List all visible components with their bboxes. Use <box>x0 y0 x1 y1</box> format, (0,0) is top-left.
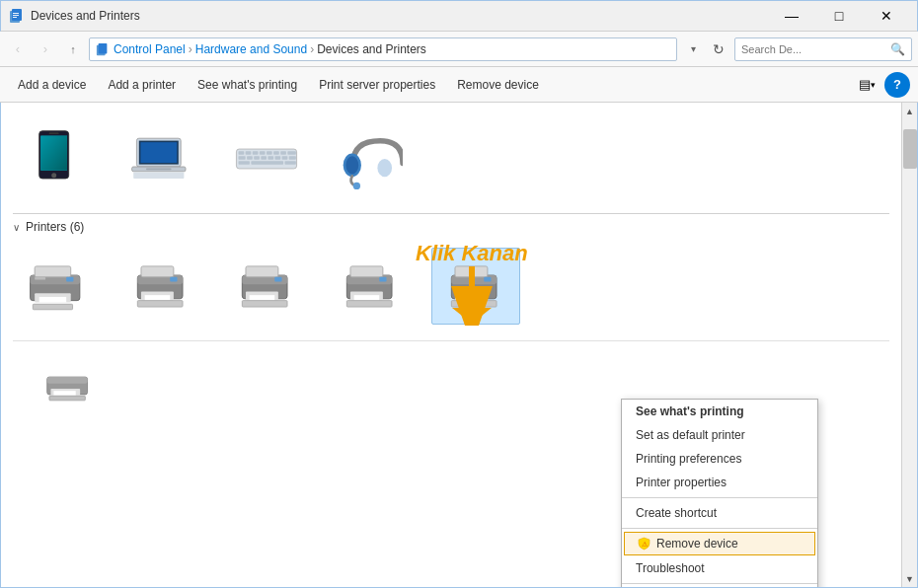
svg-rect-59 <box>137 301 183 307</box>
svg-rect-22 <box>260 151 266 155</box>
svg-rect-84 <box>53 391 75 395</box>
printers-chevron: ∨ <box>13 222 20 233</box>
scroll-track[interactable] <box>902 119 917 570</box>
svg-rect-66 <box>242 301 287 307</box>
see-whats-printing-button[interactable]: See what's printing <box>188 74 307 96</box>
svg-rect-57 <box>145 295 171 300</box>
ctx-sep-2 <box>622 528 817 529</box>
ctx-troubleshoot[interactable]: Troubleshoot <box>622 556 817 580</box>
svg-rect-19 <box>239 151 245 155</box>
svg-rect-34 <box>289 156 296 160</box>
svg-rect-26 <box>287 151 296 155</box>
printer-item-6[interactable] <box>25 347 114 424</box>
scroll-down-button[interactable]: ▼ <box>902 570 918 587</box>
scroll-thumb[interactable] <box>903 129 917 169</box>
context-menu: See what's printing Set as default print… <box>621 399 818 588</box>
svg-rect-2 <box>13 13 19 14</box>
refresh-button[interactable]: ↻ <box>707 37 730 61</box>
printers-label: Printers (6) <box>26 220 84 234</box>
svg-rect-73 <box>346 301 392 307</box>
path-part1[interactable]: Control Panel <box>114 42 186 56</box>
device-grid <box>13 112 889 213</box>
svg-rect-65 <box>274 277 281 282</box>
svg-rect-16 <box>146 169 172 171</box>
dropdown-button[interactable]: ▾ <box>681 37 705 61</box>
printer-item-1[interactable] <box>13 248 102 325</box>
printer-6-icon <box>38 354 101 417</box>
svg-rect-82 <box>47 377 88 384</box>
printer-3-icon <box>235 255 298 318</box>
path-part3: Devices and Printers <box>317 42 426 56</box>
remove-device-button[interactable]: Remove device <box>447 74 549 96</box>
ctx-printer-props[interactable]: Printer properties <box>622 471 817 494</box>
device-item-phone[interactable] <box>13 120 102 197</box>
path-sep1: › <box>189 42 192 56</box>
device-item-keyboard[interactable] <box>222 120 311 197</box>
toolbar-right: ▤ ▾ ? <box>853 72 910 98</box>
svg-rect-78 <box>459 295 485 300</box>
svg-rect-35 <box>239 161 250 165</box>
printer-item-4[interactable] <box>327 248 416 325</box>
maximize-button[interactable]: □ <box>816 2 862 30</box>
device-item-headset[interactable] <box>327 120 416 197</box>
svg-rect-9 <box>40 136 67 171</box>
device-item-laptop[interactable] <box>117 120 206 197</box>
add-device-button[interactable]: Add a device <box>8 74 96 96</box>
printer-item-5-selected[interactable] <box>431 248 520 325</box>
svg-rect-28 <box>247 156 253 160</box>
printer-item-3[interactable] <box>222 248 311 325</box>
printer-5-icon <box>444 255 507 318</box>
svg-rect-79 <box>484 277 491 282</box>
help-button[interactable]: ? <box>884 72 910 98</box>
ctx-create-shortcut[interactable]: Create shortcut <box>622 501 817 525</box>
back-button[interactable]: ‹ <box>6 37 30 61</box>
scroll-up-button[interactable]: ▲ <box>902 103 918 119</box>
svg-point-41 <box>377 159 392 177</box>
svg-point-39 <box>345 156 358 174</box>
ctx-see-printing[interactable]: See what's printing <box>622 400 817 423</box>
ctx-remove-device[interactable]: ⚠ Remove device <box>624 532 815 555</box>
printer-item-2[interactable] <box>117 248 206 325</box>
ctx-remove-device-label: Remove device <box>656 537 738 551</box>
svg-rect-20 <box>246 151 252 155</box>
svg-rect-30 <box>261 156 267 160</box>
view-button[interactable]: ▤ ▾ <box>853 72 880 98</box>
help-icon: ? <box>893 77 901 92</box>
svg-rect-14 <box>140 142 177 163</box>
svg-rect-72 <box>379 277 386 282</box>
close-button[interactable]: ✕ <box>864 2 909 30</box>
svg-rect-21 <box>253 151 259 155</box>
window-icon <box>9 8 25 24</box>
svg-rect-52 <box>33 304 72 309</box>
svg-rect-6 <box>99 42 108 53</box>
svg-rect-85 <box>49 396 85 400</box>
path-part2[interactable]: Hardware and Sound <box>195 42 307 56</box>
address-bar: ‹ › ↑ Control Panel › Hardware and Sound… <box>0 32 918 67</box>
ctx-set-default[interactable]: Set as default printer <box>622 423 817 447</box>
path-sep2: › <box>310 42 314 56</box>
print-server-props-button[interactable]: Print server properties <box>309 74 445 96</box>
search-icon: 🔍 <box>890 42 905 56</box>
svg-rect-29 <box>254 156 260 160</box>
svg-point-40 <box>353 183 360 189</box>
minimize-button[interactable]: — <box>769 2 814 30</box>
up-button[interactable]: ↑ <box>61 37 85 61</box>
add-printer-button[interactable]: Add a printer <box>98 74 186 96</box>
svg-rect-47 <box>35 266 71 277</box>
svg-rect-58 <box>170 277 177 282</box>
printers-section-header[interactable]: ∨ Printers (6) <box>13 213 889 238</box>
svg-rect-27 <box>239 156 246 160</box>
ctx-sep-1 <box>622 497 817 498</box>
path-icon <box>96 42 110 56</box>
ctx-printing-prefs[interactable]: Printing preferences <box>622 447 817 471</box>
view-dropdown-icon: ▾ <box>871 80 876 90</box>
svg-rect-4 <box>13 17 17 18</box>
scrollbar: ▲ ▼ <box>901 103 917 587</box>
svg-rect-33 <box>282 156 288 160</box>
svg-rect-23 <box>267 151 272 155</box>
forward-button[interactable]: › <box>34 37 57 61</box>
search-input[interactable] <box>741 43 886 55</box>
svg-rect-55 <box>141 266 174 277</box>
svg-rect-32 <box>275 156 281 160</box>
printers-grid <box>13 238 889 340</box>
